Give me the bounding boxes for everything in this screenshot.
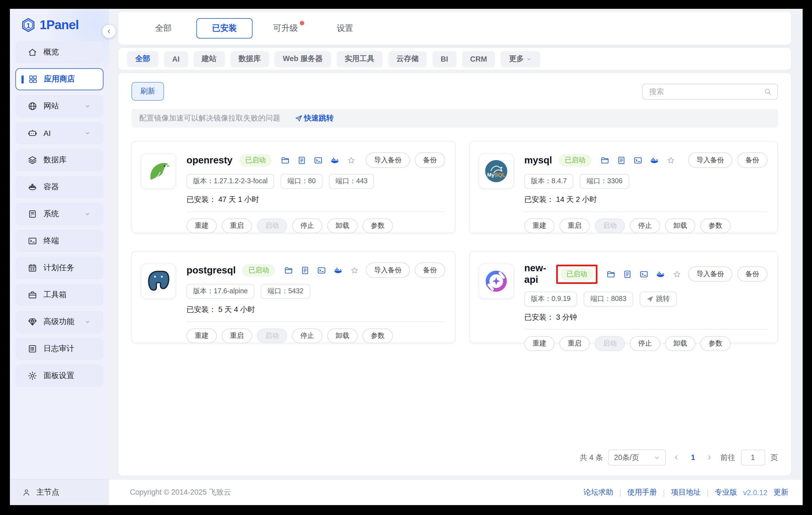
backup-button[interactable]: 备份 xyxy=(415,152,445,168)
docker-icon[interactable] xyxy=(650,155,659,165)
category-database[interactable]: 数据库 xyxy=(230,51,269,67)
prev-page-button[interactable] xyxy=(671,452,682,463)
uninstall-button[interactable]: 卸载 xyxy=(665,336,695,351)
rebuild-button[interactable]: 重建 xyxy=(524,219,554,233)
refresh-button[interactable]: 刷新 xyxy=(132,82,164,101)
sidebar-item-system[interactable]: 系统 xyxy=(16,203,104,225)
category-all[interactable]: 全部 xyxy=(127,51,158,67)
sidebar-item-terminal[interactable]: 终端 xyxy=(16,230,104,252)
sidebar-item-ai[interactable]: AI xyxy=(16,122,104,144)
import-backup-button[interactable]: 导入备份 xyxy=(688,266,732,282)
update-link[interactable]: 更新 xyxy=(774,487,788,497)
page-size-select[interactable]: 20条/页 xyxy=(608,450,666,465)
restart-button[interactable]: 重启 xyxy=(559,219,590,233)
sidebar-item-cron[interactable]: 计划任务 xyxy=(16,257,104,279)
sidebar-collapse-button[interactable] xyxy=(102,25,116,38)
sidebar-item-label: 计划任务 xyxy=(44,263,74,273)
footer-link-forum-help[interactable]: 论坛求助 xyxy=(583,487,613,497)
params-button[interactable]: 参数 xyxy=(362,219,393,233)
favorite-star-icon[interactable] xyxy=(350,265,359,275)
backup-button[interactable]: 备份 xyxy=(737,266,767,282)
stop-button[interactable]: 停止 xyxy=(292,219,322,233)
svg-text:1: 1 xyxy=(26,22,30,29)
params-button[interactable]: 参数 xyxy=(362,328,393,343)
category-website-build[interactable]: 建站 xyxy=(193,51,225,67)
rebuild-button[interactable]: 重建 xyxy=(186,219,217,233)
import-backup-button[interactable]: 导入备份 xyxy=(366,152,410,168)
restart-button[interactable]: 重启 xyxy=(222,219,252,233)
uninstall-button[interactable]: 卸载 xyxy=(327,328,357,343)
rebuild-button[interactable]: 重建 xyxy=(186,328,217,343)
restart-button[interactable]: 重启 xyxy=(559,336,590,351)
tab-all[interactable]: 全部 xyxy=(137,23,190,33)
category-bi[interactable]: BI xyxy=(432,51,456,67)
folder-icon[interactable] xyxy=(284,265,293,275)
category-tools[interactable]: 实用工具 xyxy=(337,51,383,67)
footer-link-project-repo[interactable]: 项目地址 xyxy=(671,487,701,497)
favorite-star-icon[interactable] xyxy=(347,155,356,165)
sidebar-item-label: 数据库 xyxy=(44,155,66,165)
tab-settings[interactable]: 设置 xyxy=(319,23,371,33)
restart-button[interactable]: 重启 xyxy=(222,328,252,343)
terminal-icon[interactable] xyxy=(314,155,323,165)
terminal-icon[interactable] xyxy=(317,265,326,275)
sidebar-item-master-node[interactable]: 主节点 xyxy=(10,479,109,505)
favorite-star-icon[interactable] xyxy=(666,155,675,165)
terminal-icon[interactable] xyxy=(639,269,648,279)
docker-icon[interactable] xyxy=(334,265,343,275)
briefcase-icon xyxy=(28,290,37,300)
sidebar-item-website[interactable]: 网站 xyxy=(16,95,104,117)
favorite-star-icon[interactable] xyxy=(672,269,682,279)
rebuild-button[interactable]: 重建 xyxy=(524,336,554,351)
category-ai[interactable]: AI xyxy=(164,51,188,67)
gem-icon xyxy=(28,317,37,327)
import-backup-button[interactable]: 导入备份 xyxy=(366,262,410,278)
category-crm[interactable]: CRM xyxy=(462,51,495,67)
sidebar-item-database[interactable]: 数据库 xyxy=(16,149,104,171)
terminal-icon[interactable] xyxy=(633,155,643,165)
backup-button[interactable]: 备份 xyxy=(415,262,445,278)
sidebar-item-overview[interactable]: 概览 xyxy=(16,41,104,63)
sidebar-item-panel-settings[interactable]: 面板设置 xyxy=(16,365,104,387)
log-file-icon[interactable] xyxy=(300,265,310,275)
sidebar-item-advanced[interactable]: 高级功能 xyxy=(16,311,104,333)
tab-upgradable[interactable]: 可升级 xyxy=(259,23,312,33)
next-page-button[interactable] xyxy=(704,452,715,463)
footer-link-user-manual[interactable]: 使用手册 xyxy=(627,487,657,497)
import-backup-button[interactable]: 导入备份 xyxy=(688,152,732,168)
docker-icon[interactable] xyxy=(656,269,665,279)
page-number-1[interactable]: 1 xyxy=(688,453,698,462)
master-node-label: 主节点 xyxy=(36,487,59,497)
stop-button[interactable]: 停止 xyxy=(630,219,660,233)
params-button[interactable]: 参数 xyxy=(700,336,731,351)
stop-button[interactable]: 停止 xyxy=(292,328,322,343)
sidebar-item-label: 应用商店 xyxy=(44,74,75,84)
log-file-icon[interactable] xyxy=(617,155,626,165)
uninstall-button[interactable]: 卸载 xyxy=(665,219,695,233)
stop-button[interactable]: 停止 xyxy=(630,336,660,351)
goto-page-input[interactable] xyxy=(741,450,765,465)
log-file-icon[interactable] xyxy=(623,269,632,279)
folder-icon[interactable] xyxy=(606,269,616,279)
category-more[interactable]: 更多 xyxy=(501,51,541,67)
sidebar-item-container[interactable]: 容器 xyxy=(16,176,104,198)
quick-jump-link[interactable]: 快速跳转 xyxy=(295,113,334,123)
terminal-icon xyxy=(28,236,37,246)
folder-icon[interactable] xyxy=(281,155,290,165)
jump-link[interactable]: 跳转 xyxy=(640,292,676,307)
params-button[interactable]: 参数 xyxy=(700,219,731,233)
uninstall-button[interactable]: 卸载 xyxy=(327,219,357,233)
category-cloud-storage[interactable]: 云存储 xyxy=(388,51,427,67)
search-input[interactable] xyxy=(648,87,763,96)
edition-label[interactable]: 专业版 xyxy=(715,487,737,497)
docker-icon[interactable] xyxy=(330,155,340,165)
backup-button[interactable]: 备份 xyxy=(737,152,767,168)
sidebar-item-app-store[interactable]: 应用商店 xyxy=(16,68,104,90)
app-name: new-api xyxy=(524,262,549,286)
tab-installed[interactable]: 已安装 xyxy=(196,18,253,38)
sidebar-item-log-audit[interactable]: 日志审计 xyxy=(16,338,104,360)
sidebar-item-toolbox[interactable]: 工具箱 xyxy=(16,284,104,306)
log-file-icon[interactable] xyxy=(297,155,307,165)
folder-icon[interactable] xyxy=(600,155,610,165)
category-web-server[interactable]: Web 服务器 xyxy=(274,51,331,67)
